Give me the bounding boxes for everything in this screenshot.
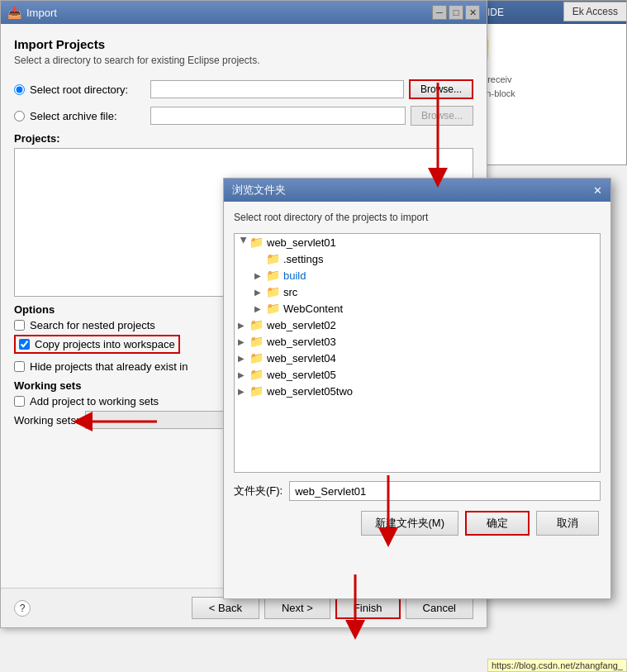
tree-item-src[interactable]: ▶ 📁 src	[235, 284, 600, 300]
chevron-build: ▶	[254, 271, 266, 280]
chevron-web-servlet05two: ▶	[238, 387, 249, 396]
tree-item-web-servlet01[interactable]: ▶ 📁 web_servlet01	[235, 234, 600, 250]
browse-cancel-btn[interactable]: 取消	[536, 511, 599, 536]
import-title-text: Import	[26, 7, 57, 19]
working-sets-input-label: Working sets:	[14, 414, 80, 427]
label-web-servlet03: web_servlet03	[267, 336, 336, 348]
chevron-web-servlet03: ▶	[238, 337, 249, 346]
label-web-servlet05two: web_servlet05two	[267, 385, 353, 398]
folder-icon-web-servlet02: 📁	[249, 318, 264, 331]
dialog-maximize-btn[interactable]: □	[449, 5, 463, 20]
copy-projects-label: Copy projects into workspace	[35, 338, 175, 350]
select-archive-label: Select archive file:	[30, 110, 145, 122]
chevron-web-servlet02: ▶	[238, 321, 249, 330]
ek-access-label: Ek Access	[572, 6, 618, 17]
label-web-servlet02: web_servlet02	[267, 319, 336, 331]
hide-projects-label: Hide projects that already exist in	[30, 360, 188, 373]
folder-icon-src: 📁	[266, 285, 280, 298]
folder-icon-web-servlet01: 📁	[249, 236, 264, 249]
select-archive-radio[interactable]	[14, 111, 25, 122]
label-build: build	[283, 269, 306, 282]
browse-close-btn[interactable]: ✕	[593, 184, 602, 197]
tree-item-web-servlet05two[interactable]: ▶ 📁 web_servlet05two	[235, 383, 600, 399]
footer-left: ?	[14, 600, 31, 617]
tree-item-web-servlet05[interactable]: ▶ 📁 web_servlet05	[235, 366, 600, 383]
tree-item-web-servlet02[interactable]: ▶ 📁 web_servlet02	[235, 317, 600, 333]
label-web-servlet01: web_servlet01	[267, 236, 336, 249]
browse-content: Select root directory of the projects to…	[224, 202, 610, 546]
ek-access-tab[interactable]: Ek Access	[563, 2, 627, 21]
copy-projects-checkbox[interactable]	[19, 339, 30, 350]
folder-icon-settings: 📁	[266, 252, 280, 265]
chevron-web-servlet01: ▶	[240, 236, 249, 248]
help-button[interactable]: ?	[14, 600, 31, 617]
tree-item-build[interactable]: ▶ 📁 build	[235, 267, 600, 284]
tree-item-settings[interactable]: 📁 .settings	[235, 250, 600, 267]
browse-footer: 新建文件夹(M) 确定 取消	[234, 511, 601, 536]
browse-instruction: Select root directory of the projects to…	[234, 212, 601, 223]
root-directory-input[interactable]	[150, 80, 404, 98]
new-folder-btn[interactable]: 新建文件夹(M)	[361, 511, 459, 536]
select-root-row: Select root directory: Browse...	[14, 79, 473, 99]
nested-projects-label: Search for nested projects	[30, 319, 155, 331]
folder-label: 文件夹(F):	[234, 484, 283, 498]
label-webcontent: WebContent	[283, 303, 343, 315]
projects-label: Projects:	[14, 132, 473, 145]
label-web-servlet04: web_servlet04	[267, 352, 336, 365]
chevron-web-servlet05: ▶	[238, 370, 249, 379]
dialog-close-btn[interactable]: ✕	[465, 5, 480, 20]
cancel-button[interactable]: Cancel	[406, 597, 473, 619]
add-working-sets-label: Add project to working sets	[30, 395, 159, 407]
hide-projects-checkbox[interactable]	[14, 361, 25, 372]
folder-icon-web-servlet04: 📁	[249, 351, 264, 365]
archive-file-input[interactable]	[150, 107, 406, 125]
url-hint: https://blog.csdn.net/zhangfang_	[487, 659, 627, 672]
label-web-servlet05: web_servlet05	[267, 369, 336, 381]
select-root-radio[interactable]	[14, 84, 25, 95]
import-titlebar: 📥 Import ─ □ ✕	[1, 1, 487, 24]
copy-projects-row: Copy projects into workspace	[14, 335, 180, 354]
folder-name-row: 文件夹(F):	[234, 481, 601, 501]
tree-item-webcontent[interactable]: ▶ 📁 WebContent	[235, 300, 600, 317]
import-heading: Import Projects	[14, 37, 473, 51]
browse-titlebar: 浏览文件夹 ✕	[224, 179, 610, 202]
browse-dialog: 浏览文件夹 ✕ Select root directory of the pro…	[223, 178, 611, 599]
label-src: src	[283, 286, 297, 298]
select-archive-row: Select archive file: Browse...	[14, 106, 473, 126]
folder-icon-web-servlet05: 📁	[249, 368, 264, 381]
import-title-left: 📥 Import	[7, 6, 57, 19]
nested-projects-checkbox[interactable]	[14, 320, 25, 331]
back-button[interactable]: < Back	[192, 597, 259, 619]
folder-icon-web-servlet03: 📁	[249, 335, 264, 348]
titlebar-controls: ─ □ ✕	[432, 5, 480, 20]
chevron-src: ▶	[254, 288, 266, 297]
dialog-minimize-btn[interactable]: ─	[432, 5, 447, 20]
browse-title-text: 浏览文件夹	[232, 183, 286, 198]
import-icon: 📥	[7, 6, 21, 19]
top-bar: Ek Access	[563, 0, 627, 23]
browse-archive-btn[interactable]: Browse...	[411, 106, 473, 126]
tree-item-web-servlet03[interactable]: ▶ 📁 web_servlet03	[235, 333, 600, 350]
select-root-label: Select root directory:	[30, 83, 145, 96]
finish-button[interactable]: Finish	[335, 597, 401, 619]
confirm-btn[interactable]: 确定	[465, 511, 530, 536]
add-working-sets-checkbox[interactable]	[14, 396, 25, 407]
folder-icon-web-servlet05two: 📁	[249, 384, 264, 398]
file-tree: ▶ 📁 web_servlet01 📁 .settings ▶ 📁 build …	[234, 233, 601, 473]
import-subtitle: Select a directory to search for existin…	[14, 55, 473, 66]
footer-right: < Back Next > Finish Cancel	[192, 597, 473, 619]
next-button[interactable]: Next >	[264, 597, 330, 619]
chevron-web-servlet04: ▶	[238, 354, 249, 363]
label-settings: .settings	[283, 253, 323, 265]
tree-item-web-servlet04[interactable]: ▶ 📁 web_servlet04	[235, 350, 600, 366]
folder-icon-webcontent: 📁	[266, 302, 280, 315]
browse-root-btn[interactable]: Browse...	[409, 79, 473, 99]
folder-icon-build: 📁	[266, 269, 280, 282]
chevron-webcontent: ▶	[254, 304, 266, 313]
folder-name-input[interactable]	[289, 481, 601, 501]
